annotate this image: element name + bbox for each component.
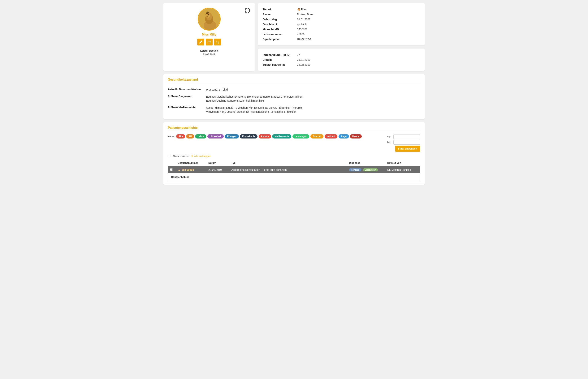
filter-chip-leistungen[interactable]: Leistungen bbox=[293, 134, 309, 139]
geburtstag-label: Geburtstag bbox=[263, 17, 297, 22]
tier-id-value: 77 bbox=[297, 52, 420, 57]
health-title: Gesundheitszustand bbox=[168, 78, 420, 83]
erstellt-value: 31.01.2019 bbox=[297, 57, 420, 62]
tag-leistungen: Leistungen bbox=[363, 168, 378, 171]
edit-button[interactable] bbox=[197, 39, 204, 46]
rasse-label: Rasse bbox=[263, 12, 297, 17]
filter-chip-ultraschall[interactable]: Ultraschall bbox=[207, 134, 224, 139]
select-all-checkbox[interactable] bbox=[168, 155, 170, 158]
row-checkbox[interactable] bbox=[170, 168, 173, 171]
animal-card: Miss Milly Letzter Besuch 23.08.2019 bbox=[163, 3, 255, 71]
archive-button[interactable] bbox=[206, 39, 212, 46]
diagnosen-row: Frühere Diagnosen Equines Metabolisches … bbox=[168, 93, 420, 104]
erstellt-label: Erstellt bbox=[263, 57, 297, 62]
zuletzt-row: Zuletzt bearbeitet 28.08.2019 bbox=[263, 62, 420, 67]
filter-chip-medikamente[interactable]: Medikamente bbox=[272, 134, 291, 139]
info-cards: Tierart 🐴Pferd Rasse Noriker, Braun Gebu… bbox=[258, 3, 425, 71]
row-tags: Röntgen Leistungen bbox=[349, 168, 387, 171]
tier-id-row: inBehandlung Tier ID 77 bbox=[263, 52, 420, 57]
animal-name: Miss Milly bbox=[202, 33, 216, 36]
geschlecht-value: weiblich bbox=[297, 22, 420, 27]
lebensnummer-value: 45678 bbox=[297, 32, 420, 37]
filter-chip-endoskopie[interactable]: Endoskopie bbox=[240, 134, 258, 139]
equidenpass-value: BAY987654 bbox=[297, 37, 420, 42]
tier-id-label: inBehandlung Tier ID bbox=[263, 52, 297, 57]
header-typ: Typ bbox=[231, 161, 349, 164]
geschlecht-label: Geschlecht bbox=[263, 22, 297, 27]
horseshoe-icon bbox=[244, 7, 251, 16]
filter-chip-derma[interactable]: Derma bbox=[350, 134, 362, 139]
history-section: Patientengeschichte Filter: AlleAULaborU… bbox=[163, 122, 425, 185]
lebensnummer-label: Lebensnummer bbox=[263, 32, 297, 37]
select-all-label: Alle auswählen bbox=[173, 155, 189, 158]
health-section: Gesundheitszustand Aktuelle Dauermedikat… bbox=[163, 74, 425, 119]
svg-point-12 bbox=[207, 16, 208, 17]
action-buttons bbox=[197, 39, 221, 46]
row-datum: 23.08.2019 bbox=[208, 168, 231, 171]
sub-section-roentgenbefund: Röntgenbefund bbox=[168, 173, 420, 181]
visit-number: BH.00803 bbox=[182, 168, 194, 171]
bis-date-input[interactable] bbox=[393, 140, 420, 145]
von-date-input[interactable] bbox=[393, 134, 420, 139]
filter-apply-button[interactable]: Filter anwenden bbox=[395, 146, 420, 152]
equidenpass-row: Equidenpass BAY987654 bbox=[263, 37, 420, 42]
medikamente-row: Frühere Medikamente Ascot Pulmosan Liqui… bbox=[168, 104, 420, 115]
animal-details-card: Tierart 🐴Pferd Rasse Noriker, Braun Gebu… bbox=[258, 3, 425, 46]
filter-chip-alle[interactable]: Alle bbox=[176, 134, 185, 139]
geschlecht-row: Geschlecht weiblich bbox=[263, 22, 420, 27]
diagnosen-label: Frühere Diagnosen bbox=[168, 93, 206, 104]
filter-chip-verkauf[interactable]: Verkauf bbox=[325, 134, 337, 139]
rasse-row: Rasse Noriker, Braun bbox=[263, 12, 420, 17]
row-checkbox-cell bbox=[170, 168, 178, 171]
microchip-row: Microchip-ID 3456789 bbox=[263, 27, 420, 32]
animal-avatar bbox=[198, 8, 221, 31]
filter-chip-auge[interactable]: Auge bbox=[339, 134, 349, 139]
medikamente-value: Ascot Pulmosan Liquid - 2 Wochen-Kur; En… bbox=[206, 104, 420, 115]
history-title: Patientengeschichte bbox=[168, 126, 420, 131]
geburtstag-row: Geburtstag 01.01.2007 bbox=[263, 17, 420, 22]
tag-roentgen: Röntgen bbox=[349, 168, 361, 171]
dauermedikation-label: Aktuelle Dauermedikation bbox=[168, 86, 206, 93]
row-typ: Allgemeine Konsultation - Fertig zum bez… bbox=[231, 168, 349, 171]
tierart-value: 🐴Pferd bbox=[297, 7, 420, 12]
erstellt-row: Erstellt 31.01.2019 bbox=[263, 57, 420, 62]
header-betreut-von: Betreut von bbox=[387, 161, 418, 164]
row-betreut-von: Dr. Melanie Schickel bbox=[387, 168, 418, 171]
filter-chip-röntgen[interactable]: Röntgen bbox=[225, 134, 239, 139]
zuletzt-value: 28.08.2019 bbox=[297, 62, 420, 67]
diagnosen-value: Equines Metabolisches Syndrom; Bronchopn… bbox=[206, 93, 420, 104]
zuletzt-label: Zuletzt bearbeitet bbox=[263, 62, 297, 67]
bis-label: bis bbox=[387, 141, 392, 144]
tierart-row: Tierart 🐴Pferd bbox=[263, 7, 420, 12]
sub-section-label: Röntgenbefund bbox=[171, 175, 189, 178]
rasse-value: Noriker, Braun bbox=[297, 12, 420, 17]
filter-chip-andere[interactable]: Andere bbox=[259, 134, 271, 139]
cart-button[interactable] bbox=[214, 39, 221, 46]
svg-point-1 bbox=[248, 13, 249, 13]
svg-point-11 bbox=[209, 15, 209, 15]
filter-chips: AlleAULaborUltraschallRöntgenEndoskopieA… bbox=[176, 134, 362, 139]
filter-label: Filter: bbox=[168, 135, 175, 138]
header-besuchsnummer: Besuchsnummer bbox=[178, 161, 208, 164]
dauermedikation-value: Prascend, 1 Tbl./d bbox=[206, 86, 420, 93]
microchip-value: 3456789 bbox=[297, 27, 420, 32]
filter-chip-au[interactable]: AU bbox=[186, 134, 194, 139]
table-header: Besuchsnummer Datum Typ Diagnose Betreut… bbox=[168, 160, 420, 166]
von-label: von bbox=[387, 135, 392, 138]
filter-chip-labor[interactable]: Labor bbox=[195, 134, 206, 139]
header-datum: Datum bbox=[208, 161, 231, 164]
last-visit-label: Letzter Besuch bbox=[200, 49, 218, 52]
last-visit-date: 23.08.2019 bbox=[200, 53, 218, 56]
filter-chip-journal[interactable]: Journal bbox=[310, 134, 323, 139]
treatment-table: inBehandlung Tier ID 77 Erstellt 31.01.2… bbox=[263, 52, 420, 67]
geburtstag-value: 01.01.2007 bbox=[297, 17, 420, 22]
filter-controls: Alle auswählen ▼ Alle aufklappen bbox=[168, 155, 420, 158]
svg-point-0 bbox=[246, 13, 246, 13]
last-visit: Letzter Besuch 23.08.2019 bbox=[200, 49, 218, 56]
table-row: ▲ BH.00803 23.08.2019 Allgemeine Konsult… bbox=[168, 166, 420, 173]
expand-all-button[interactable]: ▼ Alle aufklappen bbox=[191, 155, 211, 158]
health-table: Aktuelle Dauermedikation Prascend, 1 Tbl… bbox=[168, 86, 420, 115]
tierart-label: Tierart bbox=[263, 7, 297, 12]
microchip-label: Microchip-ID bbox=[263, 27, 297, 32]
medikamente-label: Frühere Medikamente bbox=[168, 104, 206, 115]
